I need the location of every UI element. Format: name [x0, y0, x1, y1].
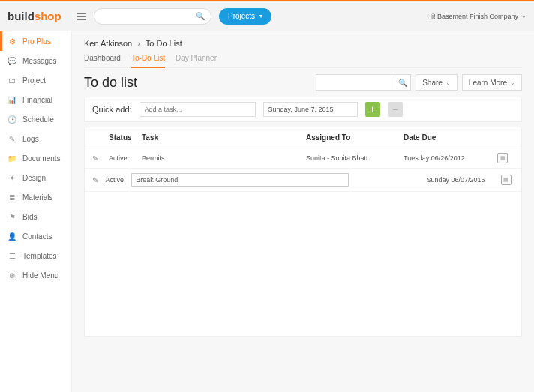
header-task: Task: [142, 133, 306, 142]
sidebar-item-logs[interactable]: ✎Logs: [0, 129, 71, 148]
task-cell: Permits: [142, 154, 306, 162]
sidebar-item-label: Materials: [22, 193, 53, 202]
edit-icon[interactable]: ✎: [92, 176, 98, 184]
sidebar-icon: 👤: [8, 232, 16, 241]
learn-more-button[interactable]: Learn More ⌄: [462, 74, 522, 91]
sidebar-item-contacts[interactable]: 👤Contacts: [0, 226, 71, 246]
sidebar-icon: ⊕: [8, 271, 16, 280]
header-due: Date Due: [404, 133, 497, 142]
chevron-down-icon: ⌄: [446, 79, 451, 86]
chevron-down-icon: ⌄: [521, 13, 526, 19]
sidebar-item-bids[interactable]: ⚑Bids: [0, 207, 71, 226]
sidebar-item-financial[interactable]: 📊Financial: [0, 90, 71, 109]
sidebar-icon: ⚑: [8, 213, 16, 221]
minus-icon: −: [392, 104, 398, 115]
calendar-icon[interactable]: ▦: [501, 175, 512, 185]
status-cell: Active: [105, 176, 131, 184]
logo-part1: build: [8, 10, 34, 22]
sidebar-item-label: Hide Menu: [22, 271, 58, 280]
sidebar-icon: 📁: [8, 154, 16, 163]
breadcrumb: Ken Atkinson › To Do List: [84, 39, 522, 48]
quick-add-label: Quick add:: [92, 105, 132, 114]
global-search[interactable]: 🔍: [94, 8, 212, 25]
global-search-input[interactable]: [100, 12, 196, 20]
company-greeting: Hi! Basement Finish Company: [427, 13, 518, 20]
sidebar-item-label: Pro Plus: [22, 37, 51, 46]
sidebar-icon: 💬: [8, 57, 16, 65]
content-area: Ken Atkinson › To Do List DashboardTo-Do…: [72, 31, 534, 392]
sidebar-item-label: Documents: [22, 154, 61, 163]
status-cell: Active: [109, 154, 142, 162]
sidebar-item-label: Project: [22, 76, 46, 85]
todo-table: Status Task Assigned To Date Due ✎Active…: [84, 127, 522, 337]
list-search: 🔍: [316, 74, 411, 91]
calendar-icon[interactable]: ▦: [497, 153, 508, 163]
table-body: ✎ActivePermitsSunita - Sunita BhattTuesd…: [85, 148, 521, 336]
sidebar-item-project[interactable]: 🗂Project: [0, 70, 71, 90]
breadcrumb-user[interactable]: Ken Atkinson: [84, 39, 132, 48]
quick-add-submit-button[interactable]: +: [365, 102, 380, 117]
chevron-down-icon: ▾: [260, 13, 262, 19]
sidebar-item-hide-menu[interactable]: ⊕Hide Menu: [0, 265, 71, 285]
plus-icon: +: [370, 104, 375, 115]
assigned-cell: Sunita - Sunita Bhatt: [306, 154, 404, 162]
sidebar-item-label: Messages: [22, 57, 57, 65]
company-menu[interactable]: Hi! Basement Finish Company ⌄: [427, 13, 526, 20]
learn-more-label: Learn More: [469, 79, 507, 87]
sidebar-item-schedule[interactable]: 🕒Schedule: [0, 109, 71, 129]
sidebar-icon: ✦: [8, 174, 16, 182]
edit-icon[interactable]: ✎: [92, 154, 98, 163]
sidebar-item-templates[interactable]: ☰Templates: [0, 246, 71, 265]
sidebar-item-label: Logs: [22, 135, 39, 143]
sidebar-item-label: Contacts: [22, 232, 52, 241]
sidebar-item-label: Design: [22, 174, 46, 182]
sidebar-icon: 🗂: [8, 76, 16, 85]
sidebar-icon: ☰: [8, 252, 16, 260]
header-status: Status: [109, 133, 142, 142]
share-label: Share: [422, 79, 442, 87]
search-icon: 🔍: [398, 79, 407, 87]
quick-add-date-input[interactable]: [263, 102, 358, 117]
due-cell: Tuesday 06/26/2012: [404, 154, 497, 162]
projects-dropdown[interactable]: Projects ▾: [219, 8, 272, 25]
header-assigned: Assigned To: [306, 133, 404, 142]
page-title: To do list: [84, 75, 137, 91]
search-icon: 🔍: [196, 12, 205, 20]
table-header: Status Task Assigned To Date Due: [85, 127, 521, 148]
sidebar-icon: 🕒: [8, 115, 16, 124]
menu-toggle-icon[interactable]: [76, 10, 88, 22]
sidebar-item-documents[interactable]: 📁Documents: [0, 148, 71, 168]
tab-to-do-list[interactable]: To-Do List: [131, 54, 165, 68]
sidebar-item-label: Templates: [22, 252, 57, 260]
tab-day-planner[interactable]: Day Planner: [176, 54, 217, 67]
app-header: buildshop 🔍 Projects ▾ Hi! Basement Fini…: [0, 1, 534, 31]
sidebar-item-pro-plus[interactable]: ⚙Pro Plus: [0, 31, 71, 51]
sidebar-item-design[interactable]: ✦Design: [0, 168, 71, 187]
logo-part2: shop: [34, 10, 62, 22]
task-cell: [131, 173, 349, 187]
sidebar-item-materials[interactable]: ≣Materials: [0, 187, 71, 207]
tab-dashboard[interactable]: Dashboard: [84, 54, 121, 67]
task-edit-input[interactable]: [131, 173, 349, 187]
share-button[interactable]: Share ⌄: [416, 74, 458, 91]
quick-add-remove-button[interactable]: −: [388, 102, 403, 117]
sidebar-item-label: Bids: [22, 213, 37, 221]
task-text: Permits: [142, 154, 165, 162]
sidebar-item-messages[interactable]: 💬Messages: [0, 51, 71, 70]
breadcrumb-page: To Do List: [146, 39, 182, 48]
due-cell: Sunday 06/07/2015: [426, 176, 500, 184]
table-row: ✎ActiveSunday 06/07/2015▦: [85, 169, 521, 192]
quick-add-task-input[interactable]: [140, 102, 256, 117]
quick-add-bar: Quick add: + −: [84, 97, 522, 122]
sidebar-icon: 📊: [8, 96, 16, 104]
sidebar-icon: ✎: [8, 135, 16, 143]
tabs: DashboardTo-Do ListDay Planner: [84, 54, 522, 68]
list-search-input[interactable]: [316, 74, 394, 91]
sidebar: ⚙Pro Plus💬Messages🗂Project📊Financial🕒Sch…: [0, 31, 72, 392]
list-search-button[interactable]: 🔍: [394, 74, 411, 91]
chevron-down-icon: ⌄: [510, 79, 515, 86]
sidebar-icon: ≣: [8, 193, 16, 202]
projects-label: Projects: [228, 12, 255, 20]
table-row: ✎ActivePermitsSunita - Sunita BhattTuesd…: [85, 148, 521, 169]
sidebar-item-label: Financial: [22, 96, 52, 104]
